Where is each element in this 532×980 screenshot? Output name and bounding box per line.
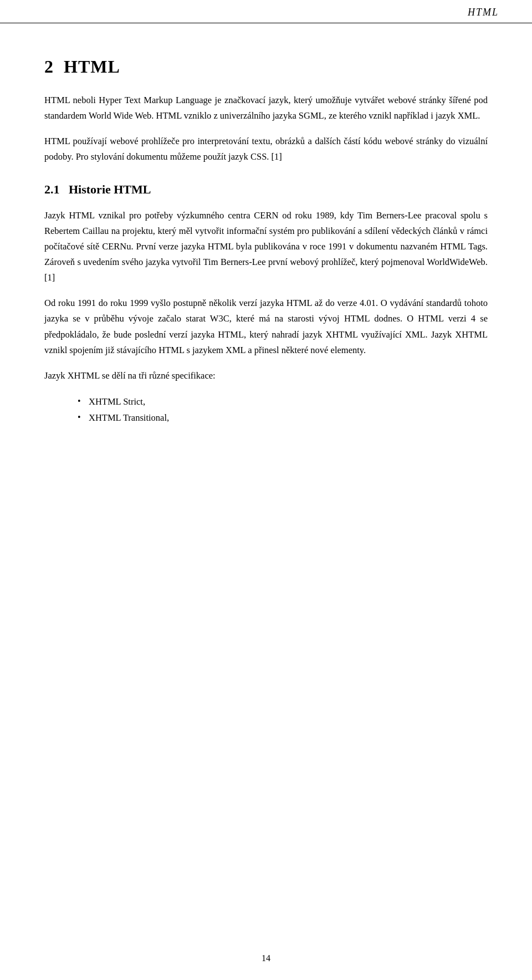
page-container: HTML 2 HTML HTML neboli Hyper Text Marku… (0, 0, 532, 980)
page-header: HTML (0, 0, 532, 23)
page-number: 14 (262, 953, 270, 963)
chapter-title: HTML (64, 57, 120, 76)
section-1-paragraph-3: Jazyk XHTML se dělí na tři různé specifi… (44, 368, 488, 384)
list-item: XHTML Strict, (78, 394, 488, 410)
section-1-number: 2.1 (44, 182, 60, 196)
section-1-heading: 2.1 Historie HTML (44, 182, 488, 197)
page-footer: 14 (0, 953, 532, 963)
chapter-number: 2 (44, 57, 54, 76)
intro-paragraph-2: HTML používají webové prohlížeče pro int… (44, 134, 488, 165)
section-1-paragraph-1: Jazyk HTML vznikal pro potřeby výzkumnéh… (44, 208, 488, 285)
content-area: 2 HTML HTML neboli Hyper Text Markup Lan… (0, 23, 532, 460)
section-1-title: Historie HTML (69, 182, 151, 196)
list-item: XHTML Transitional, (78, 410, 488, 426)
bullet-list: XHTML Strict, XHTML Transitional, (44, 394, 488, 426)
intro-paragraph-1: HTML neboli Hyper Text Markup Language j… (44, 93, 488, 124)
chapter-heading: 2 HTML (44, 57, 488, 77)
section-1-paragraph-2: Od roku 1991 do roku 1999 vyšlo postupně… (44, 295, 488, 358)
header-title: HTML (468, 7, 499, 18)
